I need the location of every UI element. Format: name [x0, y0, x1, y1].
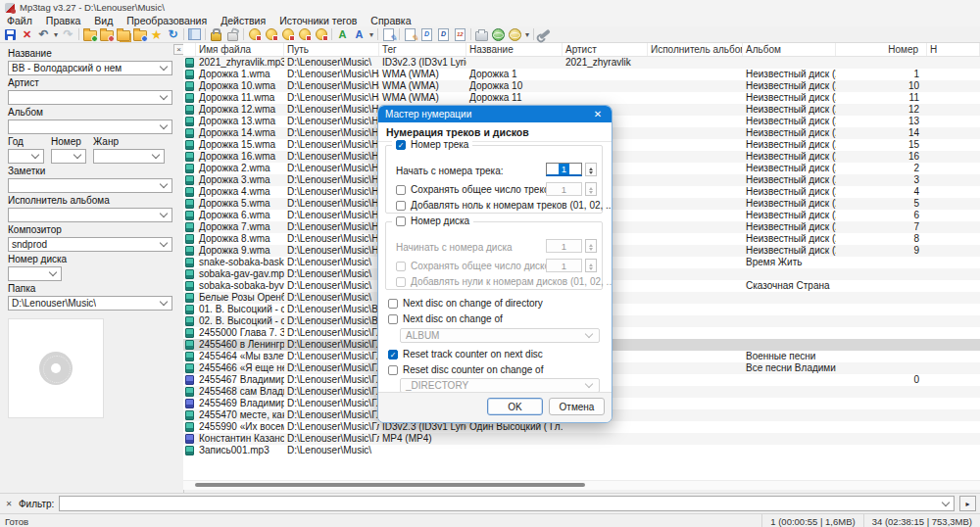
add-directory-icon[interactable] — [98, 27, 115, 42]
freeze-tag-icon[interactable] — [208, 27, 224, 42]
track-number-cell: 0 — [836, 374, 927, 386]
redo-icon[interactable] — [60, 27, 76, 42]
reset-disc-field-select: _DIRECTORY — [400, 378, 600, 393]
genre-field[interactable] — [93, 149, 165, 164]
options-icon[interactable] — [536, 27, 553, 42]
menu-item[interactable]: Вид — [87, 15, 120, 26]
table-row[interactable]: 2021_zhyravlik.mp3D:\Lenouser\Music\ID3v… — [183, 57, 980, 69]
column-header[interactable]: Номер — [836, 43, 927, 56]
track-number-cell: 7 — [836, 221, 927, 233]
actions-caret-icon[interactable] — [368, 27, 375, 42]
web-sources-alt-icon[interactable] — [507, 27, 523, 42]
close-filter-icon[interactable]: ✕ — [4, 499, 14, 508]
table-row[interactable]: Дорожка 10.wmaD:\Lenouser\Music\Har...WM… — [183, 80, 980, 92]
column-header[interactable]: Исполнитель альбома — [648, 43, 743, 56]
convert-filename-tag-icon[interactable] — [263, 27, 279, 42]
column-header[interactable] — [183, 43, 196, 56]
album-artist-cell — [648, 151, 743, 163]
export-icon[interactable] — [473, 27, 490, 42]
refresh-icon[interactable] — [165, 27, 181, 42]
remove-apev2-icon[interactable] — [452, 27, 468, 42]
column-header[interactable]: Альбом — [743, 43, 836, 56]
save-icon[interactable] — [2, 27, 19, 42]
toolbar-separator — [78, 28, 79, 40]
column-header[interactable]: Название — [466, 43, 563, 56]
remove-id3v1-icon[interactable] — [418, 27, 435, 42]
table-row[interactable]: Дорожка 1.wmaD:\Lenouser\Music\Har...WMA… — [183, 69, 980, 80]
reset-disc-counter-checkbox[interactable]: Reset disc counter on change of — [388, 364, 543, 375]
track-start-input[interactable]: 1 — [546, 163, 582, 176]
path-cell: D:\Lenouser\Music\ — [284, 445, 379, 456]
album-field[interactable] — [8, 120, 172, 134]
track-number-checkbox[interactable]: ✓ Номер трека — [392, 139, 472, 150]
remove-id3v2-icon[interactable] — [435, 27, 452, 42]
convert-tag-filename-icon[interactable] — [246, 27, 263, 42]
album-artist-field[interactable] — [8, 208, 172, 222]
album-artist-cell — [648, 433, 743, 445]
menu-item[interactable]: Справка — [364, 15, 417, 26]
horizontal-scrollbar[interactable] — [183, 480, 980, 490]
filter-expand-button[interactable]: ▸ — [959, 496, 976, 511]
track-field[interactable] — [51, 149, 86, 164]
library-icon[interactable] — [115, 27, 131, 42]
track-total-checkbox[interactable]: Сохранять общее число треков — [396, 184, 555, 195]
menu-item[interactable]: Источники тегов — [272, 15, 364, 26]
column-header[interactable]: Тег — [379, 43, 466, 56]
change-directory-icon[interactable] — [81, 27, 98, 42]
column-header[interactable]: Имя файла — [196, 43, 284, 56]
menu-item[interactable]: Файл — [0, 15, 39, 26]
album-cell: Неизвестный диск (24/... — [743, 127, 836, 139]
favorites-icon[interactable] — [148, 27, 165, 42]
disc-number-field[interactable] — [8, 266, 62, 281]
next-disc-field-checkbox[interactable]: Next disc on change of — [388, 313, 503, 324]
edit-tag-icon[interactable] — [380, 27, 397, 42]
filename-cell: Дорожка 15.wma — [196, 139, 284, 151]
convert-filename-filename-icon[interactable] — [279, 27, 296, 42]
dialog-title-bar[interactable]: Мастер нумерации ✕ — [378, 106, 612, 122]
column-header[interactable]: Н — [927, 43, 980, 56]
cancel-button[interactable]: Отмена — [549, 398, 605, 415]
convert-tag-tag-icon[interactable] — [313, 27, 329, 42]
unfreeze-tag-icon[interactable] — [224, 27, 241, 42]
menu-item[interactable]: Преобразования — [120, 15, 214, 26]
tag-panel-icon[interactable] — [186, 27, 203, 42]
track-start-spinner[interactable] — [585, 163, 597, 176]
table-row[interactable]: Дорожка 11.wmaD:\Lenouser\Music\Har...WM… — [183, 92, 980, 104]
web-caret-icon[interactable] — [523, 27, 531, 42]
parent-directory-icon[interactable] — [131, 27, 148, 42]
remove-tag-icon[interactable] — [19, 27, 35, 42]
web-sources-icon[interactable] — [490, 27, 507, 42]
menu-item[interactable]: Действия — [214, 15, 272, 26]
reset-track-counter-checkbox[interactable]: ✓ Reset track counter on next disc — [388, 349, 543, 359]
artist-field[interactable] — [8, 90, 172, 105]
disc-number-checkbox[interactable]: Номер диска — [392, 216, 473, 226]
ok-button[interactable]: OK — [487, 398, 543, 415]
column-header[interactable]: Путь — [284, 43, 379, 56]
actions-quick-icon[interactable] — [351, 27, 368, 42]
track-number-cell — [836, 398, 927, 409]
album-cell — [743, 374, 836, 386]
scrollbar-thumb[interactable] — [195, 483, 585, 487]
table-row[interactable]: Константин Казански ...D:\Lenouser\Music… — [183, 433, 980, 445]
app-icon — [5, 3, 15, 13]
close-icon[interactable]: ✕ — [591, 109, 605, 120]
filter-input[interactable] — [59, 496, 955, 511]
table-row[interactable]: Запись001.mp3D:\Lenouser\Music\ — [183, 445, 980, 456]
convert-text-tag-icon[interactable] — [296, 27, 313, 42]
actions-icon[interactable] — [334, 27, 351, 42]
extended-tags-icon[interactable] — [402, 27, 418, 42]
next-disc-directory-checkbox[interactable]: Next disc on change of directory — [388, 298, 543, 309]
composer-field[interactable]: sndprod — [8, 237, 172, 252]
album-cell — [743, 327, 836, 339]
title-field[interactable]: ВВ - Володарский о нем — [8, 61, 172, 75]
file-type-cell — [183, 374, 196, 386]
undo-icon[interactable] — [35, 27, 52, 42]
column-header[interactable]: Артист — [563, 43, 648, 56]
year-field[interactable] — [8, 149, 44, 164]
undo-caret-icon[interactable] — [52, 27, 60, 42]
cover-art-box[interactable] — [8, 318, 104, 418]
menu-item[interactable]: Правка — [39, 15, 87, 26]
track-leading-zero-checkbox[interactable]: Добавлять ноль к номерам треков (01, 02,… — [396, 200, 612, 211]
folder-field[interactable]: D:\Lenouser\Music\ — [8, 296, 172, 311]
comment-field[interactable] — [8, 178, 172, 193]
